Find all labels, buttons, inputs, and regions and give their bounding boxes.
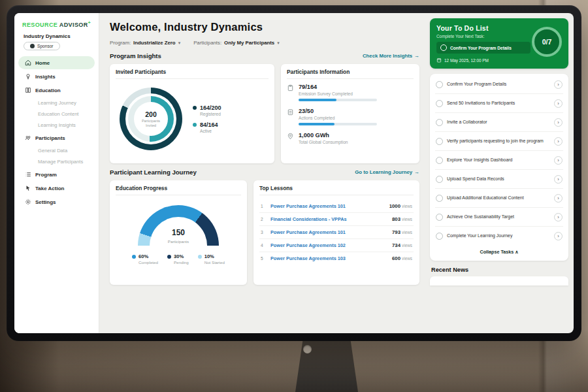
sidebar-item-label: Program — [35, 172, 57, 178]
task-row[interactable]: Verify participants requesting to join t… — [435, 132, 563, 151]
checkbox-icon[interactable] — [436, 81, 443, 88]
sidebar-item-home[interactable]: Home — [18, 56, 95, 69]
lesson-link[interactable]: Financial Considerations - VPPAs — [270, 216, 387, 222]
card-title: Education Progress — [116, 185, 241, 195]
sponsor-label: Sponsor — [37, 44, 54, 48]
learning-cards-row: Education Progress 150 Participants 60% … — [110, 180, 419, 285]
arrow-right-icon: → — [414, 53, 419, 59]
lesson-views: 1000 — [389, 203, 400, 209]
sidebar-item-program[interactable]: Program — [18, 168, 95, 181]
sidebar-item-label: Education Content — [38, 111, 78, 117]
lesson-link[interactable]: Power Purchase Agreements 102 — [270, 242, 387, 248]
sidebar-item-manage-participants[interactable]: Manage Participants — [18, 156, 95, 167]
gauge-legend: 60% Completed 30% Pending 10% Not Starte… — [132, 253, 225, 265]
info-row-consumption: 1,000 GWh Total Global Consumption — [287, 132, 414, 147]
task-row[interactable]: Explore Your Insights Dashboard › — [435, 151, 563, 170]
location-pin-icon — [287, 133, 294, 140]
task-label: Complete Your Learning Journey — [447, 233, 550, 239]
go-to-learning-journey-link[interactable]: Go to Learning Journey → — [355, 169, 419, 175]
next-task-label: Confirm Your Program Details — [450, 46, 512, 50]
views-suffix: views — [402, 204, 412, 208]
insights-cards-row: Invited Participants 200 Participants In… — [110, 64, 419, 163]
sidebar-item-label: Learning Insights — [38, 122, 76, 128]
info-value: 79/164 — [299, 84, 377, 90]
chevron-right-icon[interactable]: › — [554, 99, 563, 108]
task-label: Upload Spend Data Records — [447, 176, 550, 182]
lesson-row: 1 Power Purchase Agreements 101 1000view… — [259, 200, 414, 213]
info-value: 23/50 — [299, 108, 377, 114]
check-more-insights-link[interactable]: Check More Insights → — [363, 53, 419, 59]
task-label: Verify participants requesting to join t… — [447, 139, 550, 144]
task-row[interactable]: Complete Your Learning Journey › — [435, 227, 563, 245]
chevron-right-icon[interactable]: › — [554, 137, 563, 146]
stand-cable-hole — [303, 345, 312, 353]
task-row[interactable]: Confirm Your Program Details › — [435, 75, 563, 94]
chevron-right-icon[interactable]: › — [554, 175, 563, 184]
sidebar-item-learning-journey[interactable]: Learning Journey — [18, 97, 95, 108]
top-lessons-card: Top Lessons 1 Power Purchase Agreements … — [253, 180, 419, 285]
task-row[interactable]: Upload Spend Data Records › — [435, 170, 563, 189]
lesson-link[interactable]: Power Purchase Agreements 103 — [270, 255, 387, 261]
gauge-center-label: Participants — [138, 239, 219, 244]
checkbox-icon[interactable] — [436, 157, 443, 164]
info-label: Actions Completed — [299, 116, 377, 120]
gauge-wrap: 150 Participants 60% Completed 30% Pendi… — [116, 200, 241, 265]
task-row[interactable]: Invite a Collaborator › — [435, 113, 563, 132]
task-row[interactable]: Send 50 Invitations to Participants › — [435, 94, 563, 113]
sidebar-nav: Home Insights Education Learning Journey… — [14, 56, 99, 208]
checkbox-icon[interactable] — [436, 214, 443, 221]
checkbox-icon[interactable] — [436, 138, 443, 145]
chevron-right-icon[interactable]: › — [554, 213, 563, 221]
participants-dropdown[interactable]: Participants: Only My Participants ▾ — [193, 40, 280, 46]
invited-participants-card: Invited Participants 200 Participants In… — [110, 64, 274, 163]
donut-legend: 164/200 Registered 84/164 Active — [193, 99, 221, 139]
sidebar-item-label: Manage Participants — [38, 159, 83, 165]
collapse-label: Collapse Tasks — [480, 249, 514, 255]
task-label: Invite a Collaborator — [447, 120, 550, 125]
chevron-right-icon[interactable]: › — [554, 156, 563, 165]
lesson-link[interactable]: Power Purchase Agreements 101 — [270, 203, 385, 209]
sidebar-item-education[interactable]: Education — [18, 84, 95, 97]
checkbox-icon[interactable] — [436, 176, 443, 183]
sidebar-item-label: Participants — [35, 135, 65, 141]
chevron-right-icon[interactable]: › — [554, 80, 563, 89]
chevron-right-icon[interactable]: › — [554, 118, 563, 127]
next-task-chip[interactable]: Confirm Your Program Details — [436, 42, 531, 54]
checkbox-icon[interactable] — [436, 100, 443, 107]
legend-value: 10% — [204, 253, 225, 259]
todo-summary-card: Your To Do List Complete Your Next Task:… — [430, 18, 568, 69]
lesson-row: 4 Power Purchase Agreements 102 734views — [259, 239, 414, 252]
sidebar-item-general-data[interactable]: General Data — [18, 145, 95, 156]
people-icon — [25, 135, 31, 141]
sidebar-item-education-content[interactable]: Education Content — [18, 108, 95, 120]
task-label: Achieve One Sustainability Target — [447, 214, 550, 220]
calendar-icon — [436, 57, 442, 63]
sidebar-item-settings[interactable]: Settings — [18, 195, 95, 208]
lesson-link[interactable]: Power Purchase Agreements 101 — [270, 229, 387, 235]
checkbox-icon[interactable] — [436, 233, 443, 240]
task-row[interactable]: Upload Additional Educational Content › — [435, 189, 563, 208]
program-dropdown[interactable]: Program: Industrialize Zero ▾ — [110, 40, 180, 46]
chevron-down-icon: ▾ — [178, 41, 181, 46]
checkbox-icon[interactable] — [436, 195, 443, 202]
participants-information-card: Participants Information 79/164 Emission… — [281, 64, 419, 163]
task-row[interactable]: Achieve One Sustainability Target › — [435, 208, 563, 227]
chevron-right-icon[interactable]: › — [554, 232, 563, 240]
main-content: Welcome, Industry Dynamics Program: Indu… — [99, 13, 427, 333]
legend-item: 30% Pending — [167, 253, 189, 265]
sidebar-item-take-action[interactable]: Take Action — [18, 182, 95, 195]
sponsor-badge[interactable]: Sponsor — [24, 42, 60, 50]
collapse-tasks-link[interactable]: Collapse Tasks ∧ — [435, 245, 563, 259]
progress-bar-fill — [299, 99, 336, 101]
gear-icon — [25, 199, 31, 205]
legend-dot — [193, 123, 197, 127]
checkbox-icon[interactable] — [436, 119, 443, 126]
sidebar-item-participants[interactable]: Participants — [18, 131, 95, 144]
legend-value: 30% — [174, 253, 189, 259]
card-title: Participants Information — [287, 69, 414, 79]
sidebar-item-insights[interactable]: Insights — [18, 70, 95, 83]
chevron-right-icon[interactable]: › — [554, 194, 563, 203]
sidebar-item-label: Learning Journey — [38, 100, 76, 106]
checkbox-icon[interactable] — [440, 44, 447, 51]
sidebar-item-learning-insights[interactable]: Learning Insights — [18, 120, 95, 131]
